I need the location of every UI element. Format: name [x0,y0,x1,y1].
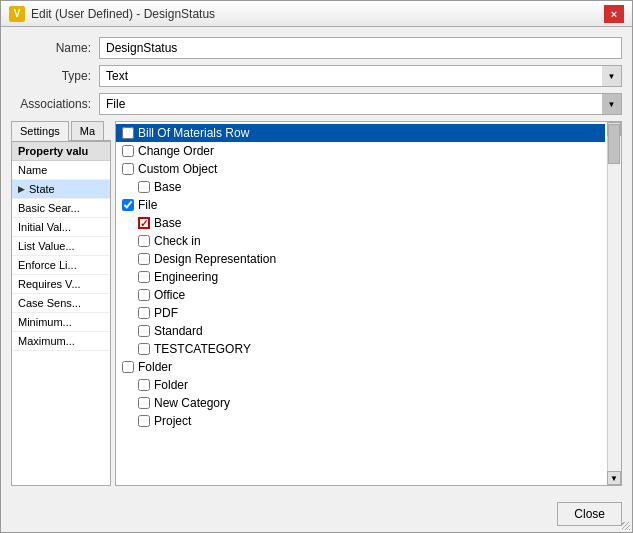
assoc-label: Associations: [11,97,91,111]
checkbox-custom-object[interactable] [122,163,134,175]
property-item-case-sens[interactable]: Case Sens... [12,294,110,313]
checkbox-base-file-red[interactable] [138,217,150,229]
window-close-button[interactable]: × [604,5,624,23]
checkbox-item-project[interactable]: Project [116,412,605,430]
checkbox-label-folder: Folder [138,360,172,374]
name-input[interactable] [99,37,622,59]
checkbox-item-file[interactable]: File [116,196,605,214]
property-case-sens-label: Case Sens... [18,297,81,309]
checkbox-label-base-co: Base [154,180,181,194]
tab-settings[interactable]: Settings [11,121,69,141]
checkbox-label-file: File [138,198,157,212]
property-item-state[interactable]: ▶ State [12,180,110,199]
checkbox-item-standard[interactable]: Standard [116,322,605,340]
checkbox-folder-sub[interactable] [138,379,150,391]
left-panel: Settings Ma Property valu Name ▶ State B… [11,121,111,486]
type-row: Type: Text ▼ [11,65,622,87]
checkbox-engineering[interactable] [138,271,150,283]
checkbox-pdf[interactable] [138,307,150,319]
checkbox-item-bill-of-materials-row[interactable]: Bill Of Materials Row [116,124,605,142]
checkbox-folder[interactable] [122,361,134,373]
checkbox-label-testcategory: TESTCATEGORY [154,342,251,356]
property-item-requires-v[interactable]: Requires V... [12,275,110,294]
checkbox-item-check-in[interactable]: Check in [116,232,605,250]
property-list: Property valu Name ▶ State Basic Sear...… [11,141,111,486]
checkbox-label-standard: Standard [154,324,203,338]
checkbox-item-testcategory[interactable]: TESTCATEGORY [116,340,605,358]
checkbox-standard[interactable] [138,325,150,337]
property-state-label: State [29,183,55,195]
checkbox-item-folder[interactable]: Folder [116,358,605,376]
type-label: Type: [11,69,91,83]
property-item-name[interactable]: Name [12,161,110,180]
checkbox-label-new-category: New Category [154,396,230,410]
checkbox-label-change-order: Change Order [138,144,214,158]
dialog-title: Edit (User Defined) - DesignStatus [31,7,215,21]
checkbox-bill-of-materials-row[interactable] [122,127,134,139]
checkbox-item-custom-object[interactable]: Custom Object [116,160,605,178]
property-name-label: Name [18,164,47,176]
checkbox-file[interactable] [122,199,134,211]
checkbox-item-folder-sub[interactable]: Folder [116,376,605,394]
scrollbar-track[interactable]: ▲ ▼ [607,122,621,485]
tab-bar: Settings Ma [11,121,111,141]
resize-handle[interactable] [618,518,632,532]
checkbox-label-bill-of-materials-row: Bill Of Materials Row [138,126,249,140]
checkbox-label-design-representation: Design Representation [154,252,276,266]
checkbox-office[interactable] [138,289,150,301]
checkbox-base-co[interactable] [138,181,150,193]
checkbox-list: Bill Of Materials Row Change Order Custo… [116,122,621,432]
checkbox-label-office: Office [154,288,185,302]
checkbox-check-in[interactable] [138,235,150,247]
footer: Close [1,496,632,532]
property-maximum-label: Maximum... [18,335,75,347]
property-item-maximum[interactable]: Maximum... [12,332,110,351]
checkbox-item-pdf[interactable]: PDF [116,304,605,322]
scrollbar-thumb[interactable] [608,124,620,164]
property-item-basic-search[interactable]: Basic Sear... [12,199,110,218]
app-icon: V [9,6,25,22]
dialog-body: Name: Type: Text ▼ Associations: File ▼ [1,27,632,496]
close-button[interactable]: Close [557,502,622,526]
checkbox-label-engineering: Engineering [154,270,218,284]
assoc-select-container: File ▼ [99,93,622,115]
assoc-select[interactable]: File [99,93,622,115]
property-item-list-values[interactable]: List Value... [12,237,110,256]
tab-ma[interactable]: Ma [71,121,104,140]
name-label: Name: [11,41,91,55]
property-list-values-label: List Value... [18,240,75,252]
assoc-list-container[interactable]: Bill Of Materials Row Change Order Custo… [115,121,622,486]
checkbox-label-check-in: Check in [154,234,201,248]
assoc-row: Associations: File ▼ [11,93,622,115]
checkbox-change-order[interactable] [122,145,134,157]
right-panel: Bill Of Materials Row Change Order Custo… [115,121,622,486]
property-minimum-label: Minimum... [18,316,72,328]
checkbox-new-category[interactable] [138,397,150,409]
checkbox-design-representation[interactable] [138,253,150,265]
scroll-down-button[interactable]: ▼ [607,471,621,485]
title-bar: V Edit (User Defined) - DesignStatus × [1,1,632,27]
checkbox-item-design-representation[interactable]: Design Representation [116,250,605,268]
checkbox-label-project: Project [154,414,191,428]
property-basic-search-label: Basic Sear... [18,202,80,214]
property-item-minimum[interactable]: Minimum... [12,313,110,332]
checkbox-item-base-co[interactable]: Base [116,178,605,196]
checkbox-item-office[interactable]: Office [116,286,605,304]
checkbox-label-pdf: PDF [154,306,178,320]
property-item-enforce-li[interactable]: Enforce Li... [12,256,110,275]
dialog: V Edit (User Defined) - DesignStatus × N… [0,0,633,533]
property-header: Property valu [12,142,110,161]
property-requires-v-label: Requires V... [18,278,81,290]
state-arrow-icon: ▶ [18,184,25,194]
checkbox-testcategory[interactable] [138,343,150,355]
checkbox-item-engineering[interactable]: Engineering [116,268,605,286]
checkbox-label-folder-sub: Folder [154,378,188,392]
checkbox-project[interactable] [138,415,150,427]
property-item-initial-value[interactable]: Initial Val... [12,218,110,237]
checkbox-item-new-category[interactable]: New Category [116,394,605,412]
checkbox-item-change-order[interactable]: Change Order [116,142,605,160]
checkbox-item-base-file[interactable]: Base [116,214,605,232]
checkbox-label-base-file: Base [154,216,181,230]
type-select-container: Text ▼ [99,65,622,87]
type-select[interactable]: Text [99,65,622,87]
